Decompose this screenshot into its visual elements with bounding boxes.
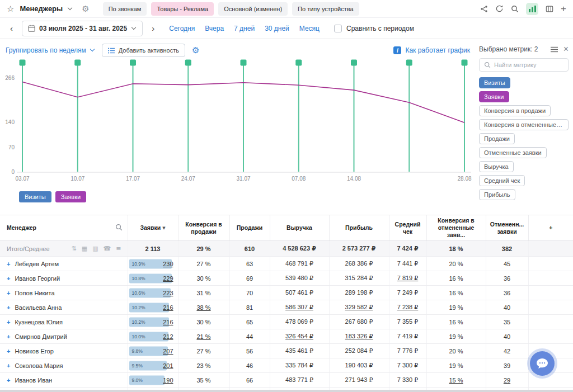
totals-columns-icon[interactable]: ▥ bbox=[92, 245, 98, 252]
compare-checkbox[interactable] bbox=[334, 25, 342, 32]
add-activity-button[interactable]: Добавить активность bbox=[102, 44, 185, 57]
cell-value[interactable]: 329 582 ₽ bbox=[345, 304, 373, 310]
expand-row-icon[interactable]: + bbox=[7, 290, 10, 296]
report-title-chevron-down-icon[interactable] bbox=[68, 5, 72, 10]
how-it-works-link[interactable]: i Как работает график bbox=[393, 46, 479, 54]
add-report-icon[interactable]: + bbox=[561, 4, 566, 13]
legend-chip-visits[interactable]: Визиты bbox=[19, 191, 51, 202]
table-export-icon[interactable] bbox=[546, 5, 553, 13]
leads-value[interactable]: 216 bbox=[163, 304, 173, 311]
preset-30-days[interactable]: 30 дней bbox=[265, 25, 289, 32]
report-title[interactable]: Менеджеры bbox=[20, 4, 63, 13]
cell-cancelled-leads: 29 bbox=[486, 373, 528, 388]
totals-grid-icon[interactable]: ▦ bbox=[82, 245, 87, 252]
cell-value[interactable]: 586 307 ₽ bbox=[285, 304, 313, 310]
chart-view-icon[interactable] bbox=[526, 3, 538, 15]
metric-chip-cancelled-leads[interactable]: Отмененные заявки bbox=[479, 147, 547, 158]
expand-row-icon[interactable]: + bbox=[7, 304, 10, 311]
group-by-select[interactable]: Группировать по неделям bbox=[6, 46, 95, 54]
chat-fab-button[interactable] bbox=[527, 348, 557, 379]
expand-row-icon[interactable]: + bbox=[7, 348, 10, 355]
metric-chip-visits[interactable]: Визиты bbox=[479, 77, 510, 88]
metric-chip-avg-check[interactable]: Средний чек bbox=[479, 175, 525, 186]
leads-value[interactable]: 207 bbox=[163, 348, 173, 355]
chart-svg[interactable]: 07014026603.0710.0717.0724.0731.0707.081… bbox=[0, 58, 479, 188]
preset-today[interactable]: Сегодня bbox=[169, 25, 195, 32]
metric-chip-leads[interactable]: Заявки bbox=[479, 91, 509, 102]
chart-settings-gear-icon[interactable]: ⚙ bbox=[192, 45, 199, 55]
cell-conv-sales: 27 % bbox=[178, 344, 229, 358]
totals-sort-icon[interactable]: ⇅ bbox=[72, 245, 77, 252]
add-column-button[interactable]: + bbox=[528, 215, 573, 241]
manager-name: Васильева Анна bbox=[15, 304, 62, 311]
expand-row-icon[interactable]: + bbox=[7, 377, 10, 384]
leads-value[interactable]: 201 bbox=[163, 362, 173, 369]
cell-value[interactable]: 183 326 ₽ bbox=[345, 333, 373, 339]
legend-chip-leads[interactable]: Заявки bbox=[55, 191, 87, 202]
cell-add bbox=[528, 329, 573, 344]
col-header-conv-cancelled-leads[interactable]: Конверсия в отмененные заяв... bbox=[426, 215, 486, 241]
cell-value[interactable]: 7 238 ₽ bbox=[397, 304, 419, 310]
tab-by-device-type[interactable]: По типу устройства bbox=[292, 2, 359, 16]
prev-period-button[interactable]: ‹ bbox=[7, 22, 16, 34]
cell-value: 468 791 ₽ bbox=[285, 260, 313, 267]
metrics-close-icon[interactable]: × bbox=[563, 45, 569, 54]
totals-phone-icon[interactable]: ☎ bbox=[104, 245, 111, 252]
expand-row-icon[interactable]: + bbox=[7, 333, 10, 340]
leads-value[interactable]: 229 bbox=[163, 275, 173, 282]
next-period-button[interactable]: › bbox=[148, 22, 158, 34]
leads-value[interactable]: 212 bbox=[163, 333, 173, 340]
col-header-conv-sales[interactable]: Конверсия в продажи bbox=[178, 215, 229, 241]
preset-7-days[interactable]: 7 дней bbox=[234, 25, 255, 32]
expand-row-icon[interactable]: + bbox=[7, 275, 10, 282]
tab-by-calls[interactable]: По звонкам bbox=[103, 2, 147, 16]
share-icon[interactable] bbox=[480, 5, 488, 13]
metric-search-input[interactable] bbox=[494, 62, 557, 68]
col-header-leads[interactable]: Заявки▼ bbox=[128, 215, 178, 241]
preset-yesterday[interactable]: Вчера bbox=[205, 25, 224, 32]
cell-value: 435 461 ₽ bbox=[285, 347, 313, 354]
cell-value[interactable]: 326 454 ₽ bbox=[285, 333, 313, 339]
cell-value: 36 bbox=[504, 290, 510, 296]
expand-row-icon[interactable]: + bbox=[7, 362, 10, 369]
expand-row-icon[interactable]: + bbox=[7, 261, 10, 267]
metric-chip-revenue[interactable]: Выручка bbox=[479, 161, 514, 172]
bottom-scrollbar-track[interactable] bbox=[0, 390, 573, 392]
col-header-revenue[interactable]: Выручка bbox=[270, 215, 329, 241]
tab-products-ads[interactable]: Товары - Реклама bbox=[151, 2, 214, 16]
table-search-icon[interactable] bbox=[115, 224, 123, 233]
metric-chip-sales[interactable]: Продажи bbox=[479, 133, 515, 144]
compare-period-toggle[interactable]: Сравнить с периодом bbox=[334, 25, 414, 32]
leads-cell: 10.9%230 bbox=[128, 257, 178, 271]
cell-value[interactable]: 7 819 ₽ bbox=[397, 275, 419, 281]
metrics-list-icon[interactable] bbox=[551, 46, 558, 53]
favorite-star-icon[interactable]: ☆ bbox=[7, 4, 14, 14]
col-header-avg-check[interactable]: Средний чек bbox=[389, 215, 426, 241]
col-header-profit[interactable]: Прибыль bbox=[329, 215, 389, 241]
leads-value[interactable]: 230 bbox=[163, 261, 173, 267]
cell-value[interactable]: 38 % bbox=[196, 304, 210, 311]
refresh-sync-icon[interactable] bbox=[495, 4, 504, 13]
cell-conv-sales: 35 % bbox=[178, 373, 229, 388]
totals-menu-icon[interactable]: ≡ bbox=[116, 245, 121, 252]
leads-value[interactable]: 216 bbox=[163, 319, 173, 325]
cell-value[interactable]: 29 bbox=[504, 377, 510, 384]
expand-row-icon[interactable]: + bbox=[7, 319, 10, 325]
cell-value: 16 % bbox=[449, 275, 463, 282]
cell-value[interactable]: 15 % bbox=[449, 377, 463, 384]
date-range-select[interactable]: 03 июля 2025 - 31 авг. 2025 bbox=[22, 21, 143, 36]
metric-chip-conv-cancelled[interactable]: Конверсия в отмененные заяв... bbox=[479, 119, 569, 130]
leads-value[interactable]: 190 bbox=[163, 377, 173, 384]
metric-chip-conv-sales[interactable]: Конверсия в продажи bbox=[479, 105, 551, 116]
cell-profit: 190 403 ₽ bbox=[329, 358, 389, 373]
col-header-sales[interactable]: Продажи bbox=[229, 215, 270, 241]
preset-month[interactable]: Месяц bbox=[299, 25, 320, 32]
metric-chip-profit[interactable]: Прибыль bbox=[479, 189, 515, 200]
search-icon[interactable] bbox=[511, 5, 519, 13]
col-header-cancelled-leads[interactable]: Отмененн... заявки bbox=[486, 215, 528, 241]
col-header-manager[interactable]: Менеджер bbox=[0, 215, 128, 241]
cell-value[interactable]: 21 % bbox=[196, 333, 210, 340]
tab-main-modified[interactable]: Основной (изменен) bbox=[218, 2, 288, 16]
leads-value[interactable]: 223 bbox=[163, 290, 173, 296]
report-settings-gear-icon[interactable]: ⚙ bbox=[82, 4, 89, 14]
